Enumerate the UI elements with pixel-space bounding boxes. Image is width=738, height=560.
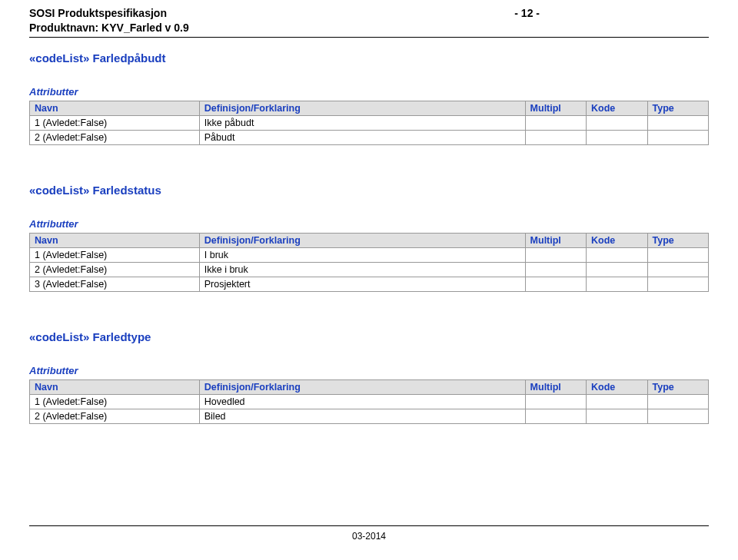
attribute-table: NavnDefinisjon/ForklaringMultiplKodeType… (29, 379, 709, 424)
table-cell (525, 394, 586, 409)
table-cell: Biled (199, 409, 525, 423)
table-cell (647, 262, 708, 277)
section-gap (29, 145, 709, 177)
header-page-number: - 12 - (514, 6, 709, 21)
col-header-definisjon: Definisjon/Forklaring (199, 233, 525, 247)
col-header-multipl: Multipl (525, 101, 586, 115)
table-cell (647, 247, 708, 262)
table-row: 1 (Avledet:False)I bruk (30, 247, 709, 262)
table-cell (587, 262, 647, 277)
section-title: «codeList» Farledstatus (29, 184, 709, 197)
col-header-definisjon: Definisjon/Forklaring (199, 101, 525, 115)
table-cell (587, 115, 647, 130)
section-title: «codeList» Farledpåbudt (29, 51, 709, 65)
table-cell: I bruk (199, 247, 525, 262)
table-cell: 1 (Avledet:False) (30, 247, 200, 262)
col-header-kode: Kode (587, 379, 647, 394)
attributes-label: Attributter (29, 86, 709, 98)
table-cell (525, 409, 586, 423)
table-cell: Hovedled (199, 394, 525, 409)
attributes-label: Attributter (29, 218, 709, 230)
table-cell (647, 394, 708, 409)
table-row: 2 (Avledet:False)Ikke i bruk (30, 262, 709, 277)
section-title: «codeList» Farledtype (29, 330, 709, 343)
col-header-definisjon: Definisjon/Forklaring (199, 379, 525, 394)
table-cell: 1 (Avledet:False) (30, 115, 200, 130)
table-cell: 2 (Avledet:False) (30, 262, 200, 277)
table-cell (525, 130, 586, 144)
col-header-navn: Navn (30, 233, 200, 247)
header-divider (29, 37, 709, 38)
col-header-navn: Navn (30, 101, 200, 115)
table-cell (587, 130, 647, 144)
table-cell: 3 (Avledet:False) (30, 277, 200, 291)
col-header-navn: Navn (30, 379, 200, 394)
col-header-multipl: Multipl (525, 233, 586, 247)
table-cell: 2 (Avledet:False) (30, 409, 200, 423)
table-cell (647, 115, 708, 130)
page-footer: 03-2014 (29, 525, 709, 542)
table-cell: Ikke påbudt (199, 115, 525, 130)
table-cell (647, 277, 708, 291)
table-cell (587, 394, 647, 409)
table-cell: Ikke i bruk (199, 262, 525, 277)
page-header: SOSI Produktspesifikasjon Produktnavn: K… (29, 6, 709, 35)
table-cell: 2 (Avledet:False) (30, 130, 200, 144)
table-cell (647, 130, 708, 144)
footer-date: 03-2014 (352, 531, 386, 542)
col-header-type: Type (647, 379, 708, 394)
table-header-row: NavnDefinisjon/ForklaringMultiplKodeType (30, 101, 709, 115)
table-header-row: NavnDefinisjon/ForklaringMultiplKodeType (30, 233, 709, 247)
col-header-type: Type (647, 233, 708, 247)
table-cell: 1 (Avledet:False) (30, 394, 200, 409)
table-cell (587, 409, 647, 423)
col-header-kode: Kode (587, 101, 647, 115)
header-left: SOSI Produktspesifikasjon Produktnavn: K… (29, 6, 189, 35)
table-row: 2 (Avledet:False)Påbudt (30, 130, 709, 144)
header-line1: SOSI Produktspesifikasjon (29, 6, 189, 21)
table-row: 3 (Avledet:False)Prosjektert (30, 277, 709, 291)
attribute-table: NavnDefinisjon/ForklaringMultiplKodeType… (29, 101, 709, 145)
table-cell (525, 277, 586, 291)
sections-container: «codeList» FarledpåbudtAttributterNavnDe… (29, 51, 709, 424)
table-cell (587, 277, 647, 291)
col-header-multipl: Multipl (525, 379, 586, 394)
table-row: 2 (Avledet:False)Biled (30, 409, 709, 423)
table-cell (525, 115, 586, 130)
table-cell (587, 247, 647, 262)
table-header-row: NavnDefinisjon/ForklaringMultiplKodeType (30, 379, 709, 394)
document-page: SOSI Produktspesifikasjon Produktnavn: K… (0, 0, 738, 560)
table-cell (525, 247, 586, 262)
attributes-label: Attributter (29, 365, 709, 376)
table-cell (525, 262, 586, 277)
col-header-type: Type (647, 101, 708, 115)
table-row: 1 (Avledet:False)Ikke påbudt (30, 115, 709, 130)
section-gap (29, 292, 709, 324)
table-row: 1 (Avledet:False)Hovedled (30, 394, 709, 409)
col-header-kode: Kode (587, 233, 647, 247)
table-cell: Påbudt (199, 130, 525, 144)
header-line2: Produktnavn: KYV_Farled v 0.9 (29, 21, 189, 35)
table-cell: Prosjektert (199, 277, 525, 291)
attribute-table: NavnDefinisjon/ForklaringMultiplKodeType… (29, 233, 709, 292)
table-cell (647, 409, 708, 423)
